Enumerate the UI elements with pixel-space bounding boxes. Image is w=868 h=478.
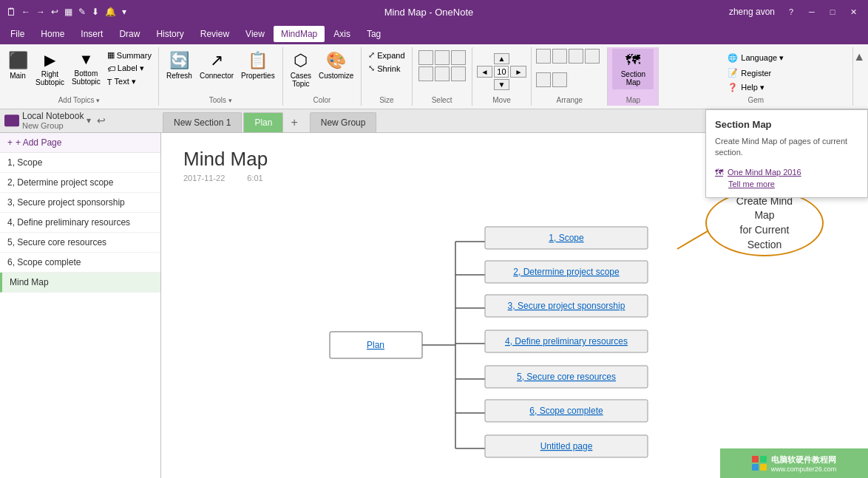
node-text-1[interactable]: 2, Determine project scope bbox=[513, 267, 620, 277]
cases-topic-btn[interactable]: ⬡ CasesTopic bbox=[288, 49, 314, 90]
minimize-btn[interactable]: ─ bbox=[803, 5, 821, 18]
sel-btn-5[interactable] bbox=[435, 66, 450, 81]
help-ribbon-btn[interactable]: ❓ Help ▾ bbox=[725, 81, 767, 94]
node-text-0[interactable]: 1, Scope bbox=[549, 233, 584, 243]
collapse-icon[interactable]: ▲ bbox=[853, 50, 865, 64]
section-map-btn[interactable]: 🗺 SectionMap bbox=[612, 49, 654, 89]
properties-label: Properties bbox=[241, 72, 275, 80]
move-label: Move bbox=[477, 96, 527, 104]
register-btn[interactable]: 📝 Register bbox=[725, 66, 774, 79]
qa-btn-8[interactable]: ▾ bbox=[120, 7, 129, 17]
section-map-icon: 🗺 bbox=[625, 52, 640, 69]
ribbon-col-small: ▦ Summary 🏷 Label ▾ T Text ▾ bbox=[105, 49, 154, 88]
node-text-2[interactable]: 3, Secure project sponsorship bbox=[508, 301, 625, 311]
text-btn[interactable]: T Text ▾ bbox=[105, 75, 154, 88]
undo-global-btn[interactable]: ↩ bbox=[49, 7, 61, 17]
move-right-btn[interactable]: ► bbox=[510, 66, 526, 78]
move-up-btn[interactable]: ▲ bbox=[494, 53, 510, 64]
ribbon-group-move: ▲ ◄ 10 ► ▼ Move bbox=[472, 47, 532, 106]
color-label: Color bbox=[288, 96, 357, 104]
move-left-btn[interactable]: ◄ bbox=[477, 66, 493, 78]
refresh-btn[interactable]: 🔄 Refresh bbox=[163, 49, 195, 82]
forward-btn[interactable]: → bbox=[34, 7, 47, 17]
page-item-3[interactable]: 4, Define preliminary resources bbox=[0, 213, 160, 233]
tell-me-more-link[interactable]: Tell me more bbox=[728, 180, 858, 188]
page-item-6[interactable]: Mind Map bbox=[0, 273, 160, 293]
menu-review[interactable]: Review bbox=[193, 26, 237, 42]
notebook-undo[interactable]: ↩ bbox=[97, 115, 106, 126]
language-btn[interactable]: 🌐 Language ▾ bbox=[725, 52, 787, 64]
win-logo-yellow bbox=[760, 464, 767, 471]
back-btn[interactable]: ← bbox=[19, 7, 33, 17]
summary-label: Summary bbox=[117, 51, 152, 60]
close-btn[interactable]: ✕ bbox=[844, 5, 862, 18]
plan-node-text[interactable]: Plan bbox=[367, 340, 384, 350]
arr-btn-1[interactable] bbox=[536, 49, 551, 64]
tab-add-btn[interactable]: + bbox=[285, 113, 303, 132]
arr-btn-6[interactable] bbox=[552, 72, 567, 87]
right-subtopic-btn[interactable]: ▶ RightSubtopic bbox=[33, 49, 67, 89]
bottom-subtopic-btn[interactable]: ▼ BottomSubtopic bbox=[69, 49, 104, 88]
tab-plan[interactable]: Plan bbox=[243, 112, 283, 132]
menu-file[interactable]: File bbox=[3, 26, 32, 42]
page-item-2[interactable]: 3, Secure project sponsorship bbox=[0, 193, 160, 213]
expand-btn[interactable]: ⤢ Expand bbox=[366, 49, 407, 61]
mindmap-container: Create Mind Mapfor Current Section bbox=[183, 205, 846, 478]
menu-tag[interactable]: Tag bbox=[359, 26, 388, 42]
watermark-line2: www.computer26.com bbox=[771, 465, 837, 473]
ribbon-group-map: 🗺 SectionMap Map bbox=[608, 47, 659, 106]
arr-btn-5[interactable] bbox=[536, 72, 551, 87]
arr-btn-2[interactable] bbox=[552, 49, 567, 64]
sel-btn-2[interactable] bbox=[435, 50, 450, 65]
add-page-btn[interactable]: + + Add Page bbox=[0, 133, 160, 153]
bottom-label: BottomSubtopic bbox=[72, 69, 101, 86]
add-page-label: + Add Page bbox=[16, 137, 61, 148]
menu-draw[interactable]: Draw bbox=[112, 26, 147, 42]
watermark: 电脑软硬件教程网 www.computer26.com bbox=[720, 448, 868, 478]
ribbon-collapse[interactable]: ▲ bbox=[853, 47, 868, 106]
help-btn[interactable]: ? bbox=[782, 5, 800, 18]
page-item-5[interactable]: 6, Scope complete bbox=[0, 253, 160, 273]
sel-btn-1[interactable] bbox=[418, 50, 433, 65]
arrange-label: Arrange bbox=[536, 96, 603, 104]
move-value: 10 bbox=[494, 66, 509, 78]
menu-insert[interactable]: Insert bbox=[73, 26, 110, 42]
node-text-4[interactable]: 5, Secure core resources bbox=[517, 372, 616, 382]
main-btn[interactable]: ⬛ Main bbox=[4, 49, 31, 82]
summary-btn[interactable]: ▦ Summary bbox=[105, 49, 154, 61]
label-btn[interactable]: 🏷 Label ▾ bbox=[105, 62, 154, 75]
map-label: Map bbox=[612, 96, 654, 104]
tab-new-section-1[interactable]: New Section 1 bbox=[163, 112, 242, 132]
qa-btn-6[interactable]: ⬇ bbox=[89, 7, 101, 17]
notebook-dropdown[interactable]: ▾ bbox=[87, 115, 91, 126]
customize-btn[interactable]: 🎨 Customize bbox=[316, 49, 356, 82]
arr-btn-4[interactable] bbox=[585, 49, 600, 64]
connector-btn[interactable]: ↗ Connector bbox=[197, 49, 237, 82]
menu-axis[interactable]: Axis bbox=[326, 26, 358, 42]
node-text-5[interactable]: 6, Scope complete bbox=[529, 406, 603, 416]
menu-view[interactable]: View bbox=[238, 26, 272, 42]
watermark-text: 电脑软硬件教程网 www.computer26.com bbox=[771, 454, 837, 473]
page-item-1[interactable]: 2, Determine project scope bbox=[0, 173, 160, 193]
menu-home[interactable]: Home bbox=[33, 26, 72, 42]
shrink-btn[interactable]: ⤡ Shrink bbox=[366, 62, 407, 75]
page-item-4[interactable]: 5, Secure core resources bbox=[0, 233, 160, 253]
move-down-btn[interactable]: ▼ bbox=[494, 79, 510, 90]
sel-btn-3[interactable] bbox=[451, 50, 466, 65]
node-text-3[interactable]: 4, Define preliminary resources bbox=[505, 336, 628, 346]
menu-history[interactable]: History bbox=[149, 26, 191, 42]
one-mind-map-link[interactable]: 🗺 One Mind Map 2016 bbox=[715, 168, 858, 177]
node-text-6[interactable]: Untitled page bbox=[540, 441, 593, 451]
qa-btn-5[interactable]: ✎ bbox=[76, 7, 88, 17]
arr-btn-3[interactable] bbox=[569, 49, 583, 64]
sel-btn-4[interactable] bbox=[418, 66, 433, 81]
page-item-0[interactable]: 1, Scope bbox=[0, 153, 160, 173]
section-map-label: SectionMap bbox=[621, 70, 645, 86]
menu-mindmap[interactable]: MindMap bbox=[274, 26, 325, 42]
sel-btn-6[interactable] bbox=[451, 66, 466, 81]
tab-group[interactable]: New Group bbox=[310, 112, 377, 132]
qa-btn-7[interactable]: 🔔 bbox=[103, 7, 118, 17]
qa-btn-4[interactable]: ▦ bbox=[62, 7, 75, 17]
properties-btn[interactable]: 📋 Properties bbox=[238, 49, 278, 82]
maximize-btn[interactable]: □ bbox=[824, 5, 841, 18]
